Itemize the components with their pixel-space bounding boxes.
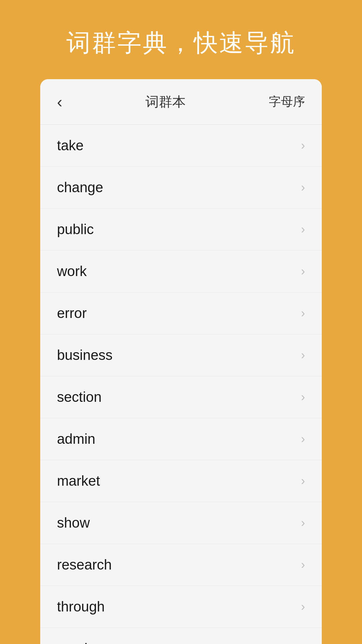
chevron-right-icon: › xyxy=(301,642,305,644)
list-item-label: public xyxy=(57,221,94,237)
list-item[interactable]: work› xyxy=(40,251,322,292)
chevron-right-icon: › xyxy=(301,306,305,320)
list-item[interactable]: change› xyxy=(40,167,322,209)
chevron-right-icon: › xyxy=(301,432,305,446)
list-item[interactable]: public› xyxy=(40,209,322,251)
list-item[interactable]: take› xyxy=(40,125,322,167)
list-item-label: admin xyxy=(57,431,95,447)
chevron-right-icon: › xyxy=(301,180,305,195)
list-item-label: research xyxy=(57,557,112,573)
list-item[interactable]: error› xyxy=(40,292,322,334)
list-item-label: result xyxy=(57,641,92,644)
list-item-label: through xyxy=(57,599,105,615)
list-item-label: take xyxy=(57,138,83,154)
chevron-right-icon: › xyxy=(301,264,305,278)
main-card: ‹ 词群本 字母序 take›change›public›work›error›… xyxy=(40,79,322,644)
list-item-label: section xyxy=(57,389,102,405)
list-item[interactable]: through› xyxy=(40,586,322,628)
page-header: 词群字典，快速导航 xyxy=(0,0,362,79)
list-item-label: show xyxy=(57,515,90,531)
chevron-right-icon: › xyxy=(301,139,305,153)
list-item-label: business xyxy=(57,347,113,363)
list-item-label: market xyxy=(57,473,100,489)
list-item[interactable]: research› xyxy=(40,544,322,586)
word-list: take›change›public›work›error›business›s… xyxy=(40,125,322,644)
list-item[interactable]: market› xyxy=(40,460,322,502)
list-item-label: work xyxy=(57,263,87,279)
list-item[interactable]: admin› xyxy=(40,418,322,460)
list-item[interactable]: show› xyxy=(40,502,322,544)
chevron-right-icon: › xyxy=(301,390,305,404)
back-button[interactable]: ‹ xyxy=(57,94,62,110)
list-item[interactable]: business› xyxy=(40,334,322,376)
chevron-right-icon: › xyxy=(301,558,305,572)
chevron-right-icon: › xyxy=(301,516,305,530)
list-item[interactable]: section› xyxy=(40,376,322,418)
card-header: ‹ 词群本 字母序 xyxy=(40,79,322,125)
chevron-right-icon: › xyxy=(301,348,305,362)
chevron-right-icon: › xyxy=(301,222,305,236)
card-title: 词群本 xyxy=(145,93,186,111)
sort-label[interactable]: 字母序 xyxy=(269,94,305,110)
list-item[interactable]: result› xyxy=(40,628,322,644)
chevron-right-icon: › xyxy=(301,474,305,488)
page-title: 词群字典，快速导航 xyxy=(66,27,296,59)
list-item-label: error xyxy=(57,305,87,321)
list-item-label: change xyxy=(57,179,103,196)
chevron-right-icon: › xyxy=(301,600,305,614)
